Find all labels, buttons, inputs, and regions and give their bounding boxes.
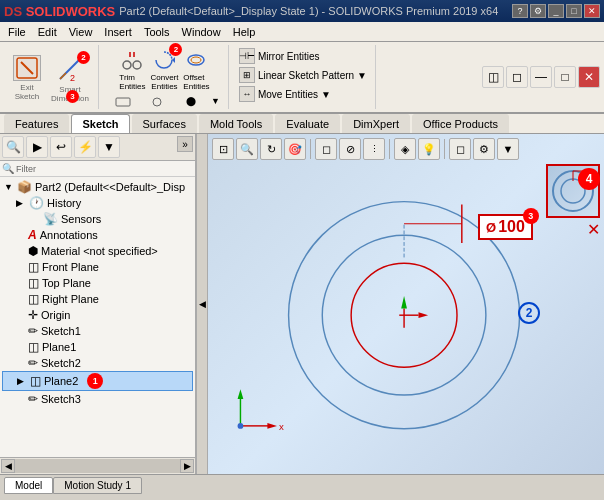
tab-office-products[interactable]: Office Products — [412, 114, 509, 133]
section-view-btn[interactable]: ⊘ — [339, 138, 361, 160]
panel-minimize[interactable]: — — [530, 66, 552, 88]
view-orient-btn[interactable]: 🎯 — [284, 138, 306, 160]
panel-toolbar: 🔍 ▶ ↩ ⚡ ▼ » — [0, 134, 195, 161]
tree-origin-label: Origin — [41, 309, 70, 321]
trim-entities-button[interactable] — [118, 47, 146, 73]
y-arrow — [238, 389, 244, 399]
linear-pattern-arrow[interactable]: ▼ — [357, 70, 367, 81]
tree-plane2[interactable]: ▶ ◫ Plane2 1 — [2, 371, 193, 391]
status-tab-motion[interactable]: Motion Study 1 — [53, 477, 142, 494]
tab-features[interactable]: Features — [4, 114, 69, 133]
tree-sketch2[interactable]: ✏ Sketch2 — [2, 355, 193, 371]
filter-bar: 🔍 Filter — [0, 161, 195, 177]
zoom-to-fit-btn[interactable]: ⊡ — [212, 138, 234, 160]
more-views-btn[interactable]: ▼ — [497, 138, 519, 160]
panel-restore[interactable]: □ — [554, 66, 576, 88]
tree-expand-history[interactable]: ▶ — [16, 198, 26, 208]
small-tool-3[interactable]: ⬤ — [175, 95, 207, 111]
menu-edit[interactable]: Edit — [32, 24, 63, 40]
panel-btn-lightning[interactable]: ⚡ — [74, 136, 96, 158]
panel-btn-search[interactable]: 🔍 — [2, 136, 24, 158]
panel-btn-filter[interactable]: ▼ — [98, 136, 120, 158]
help-button[interactable]: ? — [512, 4, 528, 18]
view-settings-btn2[interactable]: ⚙ — [473, 138, 495, 160]
mirror-entities-button[interactable]: ⊣⊢ Mirror Entities — [237, 47, 322, 65]
convert-entities-button[interactable]: 2 — [150, 47, 178, 73]
linear-sketch-pattern-button[interactable]: ⊞ Linear Sketch Pattern ▼ — [237, 66, 369, 84]
tree-sketch2-label: Sketch2 — [41, 357, 81, 369]
panel-toggle-2[interactable]: ◻ — [506, 66, 528, 88]
tree-origin[interactable]: ✛ Origin — [2, 307, 193, 323]
small-tool-1[interactable] — [107, 95, 139, 111]
tree-sketch3[interactable]: ✏ Sketch3 — [2, 391, 193, 407]
status-tab-model[interactable]: Model — [4, 477, 53, 494]
exit-sketch-label: ExitSketch — [15, 83, 39, 101]
status-bar: Model Motion Study 1 — [0, 474, 604, 496]
svg-point-7 — [133, 61, 141, 69]
dropdown-arrow[interactable]: ▼ — [209, 95, 222, 111]
menu-view[interactable]: View — [63, 24, 99, 40]
tab-mold-tools[interactable]: Mold Tools — [199, 114, 273, 133]
scroll-track[interactable] — [15, 459, 180, 473]
maximize-button[interactable]: □ — [566, 4, 582, 18]
tree-expand-plane2[interactable]: ▶ — [17, 376, 27, 386]
options-button[interactable]: ⚙ — [530, 4, 546, 18]
tree-material[interactable]: ⬢ Material <not specified> — [2, 243, 193, 259]
collapse-icon: ◀ — [197, 299, 207, 309]
tree-annotations[interactable]: A Annotations — [2, 227, 193, 243]
menu-window[interactable]: Window — [176, 24, 227, 40]
toolbar-section-entities: TrimEntities 2 ConvertEntities — [101, 45, 229, 109]
panel-collapse-handle[interactable]: ◀ — [196, 134, 208, 474]
view-settings-btn[interactable]: ⋮ — [363, 138, 385, 160]
tree-plane1[interactable]: ◫ Plane1 — [2, 339, 193, 355]
tree-front-plane[interactable]: ◫ Front Plane — [2, 259, 193, 275]
title-bar-controls[interactable]: ? ⚙ _ □ ✕ — [512, 4, 600, 18]
minimize-button[interactable]: _ — [548, 4, 564, 18]
tree-right-plane[interactable]: ◫ Right Plane — [2, 291, 193, 307]
front-plane-icon: ◫ — [28, 260, 39, 274]
badge-1: 1 — [87, 373, 103, 389]
panel-btn-undo[interactable]: ↩ — [50, 136, 72, 158]
tab-evaluate[interactable]: Evaluate — [275, 114, 340, 133]
tree-history[interactable]: ▶ 🕐 History — [2, 195, 193, 211]
panel-btn-play[interactable]: ▶ — [26, 136, 48, 158]
sep-2 — [389, 139, 390, 159]
hide-show-btn[interactable]: ◻ — [449, 138, 471, 160]
scroll-right[interactable]: ▶ — [180, 459, 194, 473]
tab-dimxpert[interactable]: DimXpert — [342, 114, 410, 133]
view-mode-btn[interactable]: ◻ — [315, 138, 337, 160]
feature-tree: ▼ 📦 Part2 (Default<<Default>_Disp ▶ 🕐 Hi… — [0, 177, 195, 457]
tree-part-root[interactable]: ▼ 📦 Part2 (Default<<Default>_Disp — [2, 179, 193, 195]
menu-file[interactable]: File — [2, 24, 32, 40]
tree-sketch1[interactable]: ✏ Sketch1 — [2, 323, 193, 339]
badge-2-convert: 2 — [169, 43, 182, 56]
menu-help[interactable]: Help — [227, 24, 262, 40]
scroll-left[interactable]: ◀ — [1, 459, 15, 473]
display-mode-btn[interactable]: ◈ — [394, 138, 416, 160]
mini-preview-close[interactable]: ✕ — [587, 220, 600, 239]
offset-entities-button[interactable] — [182, 47, 210, 73]
small-tool-2[interactable] — [141, 95, 173, 111]
zoom-out-btn[interactable]: 🔍 — [236, 138, 258, 160]
top-plane-icon: ◫ — [28, 276, 39, 290]
panel-expand-btn[interactable]: » — [177, 136, 193, 152]
close-button[interactable]: ✕ — [584, 4, 600, 18]
tree-expand-root[interactable]: ▼ — [4, 182, 14, 192]
menu-tools[interactable]: Tools — [138, 24, 176, 40]
move-entities-button[interactable]: ↔ Move Entities ▼ — [237, 85, 333, 103]
origin-dot — [238, 423, 244, 429]
left-panel: 🔍 ▶ ↩ ⚡ ▼ » 🔍 Filter ▼ 📦 Part2 (Default<… — [0, 134, 196, 474]
menu-insert[interactable]: Insert — [98, 24, 138, 40]
move-entities-arrow[interactable]: ▼ — [321, 89, 331, 100]
tree-sensors[interactable]: 📡 Sensors — [2, 211, 193, 227]
panel-close[interactable]: ✕ — [578, 66, 600, 88]
rotate-btn[interactable]: ↻ — [260, 138, 282, 160]
exit-sketch-button[interactable]: ExitSketch — [8, 53, 46, 101]
tree-top-plane[interactable]: ◫ Top Plane — [2, 275, 193, 291]
viewport[interactable]: ⊡ 🔍 ↻ 🎯 ◻ ⊘ ⋮ ◈ 💡 ◻ ⚙ ▼ — [208, 134, 604, 474]
svg-point-14 — [153, 98, 161, 106]
panel-toggle-1[interactable]: ◫ — [482, 66, 504, 88]
lights-btn[interactable]: 💡 — [418, 138, 440, 160]
tab-surfaces[interactable]: Surfaces — [132, 114, 197, 133]
tab-sketch[interactable]: Sketch — [71, 114, 129, 133]
